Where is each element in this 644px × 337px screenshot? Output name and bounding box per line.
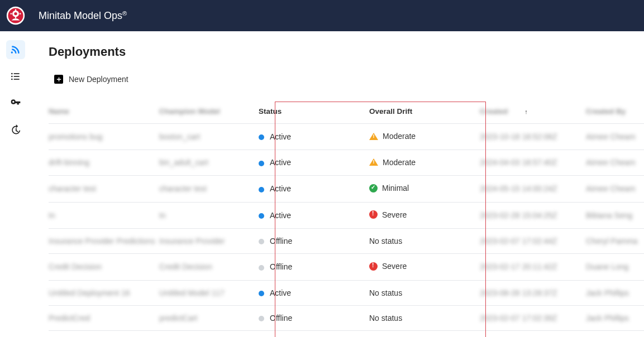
cell-created: 2024-04-03 18:57:40Z xyxy=(480,158,557,167)
table-row[interactable]: PredictCredpredictCartOfflineNo status20… xyxy=(49,305,644,330)
topbar: Minitab Model Ops® xyxy=(0,0,644,31)
status-dot-icon xyxy=(259,239,264,244)
table-row[interactable]: tntnActiveSevere2023-02-28 15:04:25ZBibi… xyxy=(49,202,644,229)
cell-created: 2023-02-28 15:04:25Z xyxy=(480,211,557,220)
svg-rect-3 xyxy=(15,9,16,11)
history-icon xyxy=(10,124,21,136)
cell-status: Offline xyxy=(259,229,369,254)
status-dot-icon xyxy=(259,316,264,321)
col-header-drift[interactable]: Overall Drift xyxy=(369,99,480,124)
col-header-by[interactable]: Created By xyxy=(586,99,644,124)
cell-by: Jack Phillips xyxy=(586,314,629,322)
svg-rect-8 xyxy=(13,73,19,74)
svg-point-11 xyxy=(11,79,13,80)
cell-model: character test xyxy=(159,184,207,193)
status-dot-icon xyxy=(259,161,264,166)
cell-status: Active xyxy=(259,280,369,305)
cell-created: 2023-10-18 18:52:06Z xyxy=(480,132,557,141)
status-dot-icon xyxy=(259,213,264,219)
cell-status: Active xyxy=(259,150,369,176)
cell-name: character test xyxy=(49,184,96,193)
cell-by: Duane Long xyxy=(586,262,628,271)
status-dot-icon xyxy=(259,187,264,192)
table-row[interactable]: promotions bugboston_cartActiveModerate2… xyxy=(49,124,644,150)
cell-name: tn xyxy=(49,211,55,220)
cell-drift: Moderate xyxy=(369,150,480,176)
cell-drift: No status xyxy=(369,229,480,254)
svg-point-2 xyxy=(14,12,17,15)
sort-asc-icon: ↑ xyxy=(524,108,528,115)
plus-icon: ＋ xyxy=(54,75,63,84)
cell-by: Aimee Cheam xyxy=(586,132,636,141)
cell-by: Bibiana Seng xyxy=(586,211,632,220)
drift-moderate-icon xyxy=(369,158,378,166)
cell-model: tn xyxy=(159,211,166,220)
cell-created: 2023-02-07 17:02:44Z xyxy=(480,237,557,245)
cell-name: promotions bug xyxy=(49,132,103,141)
cell-created: 2024-05-15 14:00:24Z xyxy=(480,184,557,193)
col-header-name[interactable]: Name xyxy=(49,99,159,124)
status-dot-icon xyxy=(259,291,264,296)
drift-minimal-icon xyxy=(369,184,378,192)
cell-name: Insurance Provider Predictions xyxy=(49,237,155,245)
rss-icon xyxy=(10,44,21,55)
svg-point-7 xyxy=(11,73,13,75)
table-header-row: Name Champion Model Status Overall Drift… xyxy=(49,99,644,124)
cell-by: Aimee Cheam xyxy=(586,158,636,167)
sidebar xyxy=(0,31,31,337)
cell-name: Credit Decision xyxy=(49,262,102,271)
cell-drift: No status xyxy=(369,280,480,305)
cell-drift: Moderate xyxy=(369,124,480,150)
key-icon xyxy=(10,98,21,109)
sidebar-item-list[interactable] xyxy=(6,67,25,86)
page-title: Deployments xyxy=(49,45,644,59)
new-deployment-label: New Deployment xyxy=(69,75,128,84)
col-header-status[interactable]: Status xyxy=(259,99,369,124)
col-header-created[interactable]: Created↑ xyxy=(480,99,586,124)
cell-drift: Severe xyxy=(369,254,480,281)
cell-name: drift-binning xyxy=(49,158,89,167)
gear-head-icon xyxy=(6,6,25,25)
list-icon xyxy=(10,71,21,82)
cell-model: Untitled Model 117 xyxy=(159,288,225,297)
cell-name: PredictCred xyxy=(49,314,90,322)
table-row[interactable]: Credit DecisionCredit DecisionOfflineSev… xyxy=(49,254,644,281)
svg-rect-12 xyxy=(13,79,19,80)
cell-model: predictCart xyxy=(159,314,197,322)
col-header-model[interactable]: Champion Model xyxy=(159,99,259,124)
sidebar-item-history[interactable] xyxy=(6,121,25,139)
cell-status: Offline xyxy=(259,305,369,330)
cell-by: Cheryl Pamma xyxy=(586,237,638,245)
cell-status: Active xyxy=(259,202,369,229)
cell-drift: Severe xyxy=(369,202,480,229)
new-deployment-button[interactable]: ＋ New Deployment xyxy=(54,75,644,84)
content: Deployments ＋ New Deployment Name Champi… xyxy=(31,31,644,337)
drift-severe-icon xyxy=(369,210,378,219)
cell-status: Offline xyxy=(259,254,369,281)
cell-model: Credit Decision xyxy=(159,262,212,271)
cell-drift: Minimal xyxy=(369,176,480,203)
table-row[interactable]: drift-binningbin_adult_cartActiveModerat… xyxy=(49,150,644,176)
cell-name: Untitled Deployment 16 xyxy=(49,288,130,297)
sidebar-item-deployments[interactable] xyxy=(6,40,25,59)
table-row[interactable]: Untitled Deployment 16Untitled Model 117… xyxy=(49,280,644,305)
table-row[interactable]: character testcharacter testActiveMinima… xyxy=(49,176,644,203)
cell-by: Jack Phillips xyxy=(586,288,629,297)
drift-severe-icon xyxy=(369,262,378,271)
cell-status: Active xyxy=(259,176,369,203)
cell-model: bin_adult_cart xyxy=(159,158,208,167)
table-row[interactable]: Insurance Provider PredictionsInsurance … xyxy=(49,229,644,254)
svg-point-9 xyxy=(11,76,13,78)
cell-model: boston_cart xyxy=(159,132,200,141)
cell-created: 2023-02-17 20:11:42Z xyxy=(480,262,557,271)
status-dot-icon xyxy=(259,134,264,140)
cell-status: Active xyxy=(259,124,369,150)
cell-created: 2023-08-28 13:28:37Z xyxy=(480,288,557,297)
deployments-table: Name Champion Model Status Overall Drift… xyxy=(49,99,644,331)
sidebar-item-keys[interactable] xyxy=(6,94,25,113)
svg-rect-5 xyxy=(10,13,12,14)
cell-by: Aimee Cheam xyxy=(586,184,636,193)
drift-moderate-icon xyxy=(369,133,378,140)
brand-title: Minitab Model Ops® xyxy=(39,10,127,22)
cell-drift: No status xyxy=(369,305,480,330)
